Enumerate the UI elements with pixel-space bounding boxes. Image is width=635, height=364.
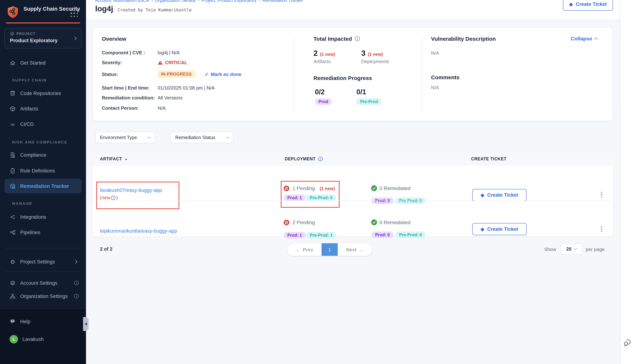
apps-grid-icon[interactable] xyxy=(71,10,79,18)
progress-preprod-block: 0/1 Pre-Prod xyxy=(356,88,382,105)
collapse-link[interactable]: Collapse xyxy=(571,36,598,42)
breadcrumb-account[interactable]: Account: Automation-SSCA xyxy=(95,0,149,3)
jira-diamond-icon: ◆ xyxy=(481,193,484,198)
project-selector[interactable]: PROJECT Product Exploratory xyxy=(5,28,82,48)
environment-type-filter[interactable]: Environment Type xyxy=(95,132,155,143)
overview-row-condition: Remediation condition: All Versions xyxy=(102,95,183,100)
user-name: Lavakush xyxy=(23,336,44,342)
sidebar-item-label: Code Repositories xyxy=(20,90,61,96)
sidebar-item-project-settings[interactable]: ⚙ Project Settings xyxy=(10,256,82,267)
scrollbar-gutter[interactable] xyxy=(620,0,635,364)
show-label: Show xyxy=(544,246,556,252)
support-chat-icon[interactable] xyxy=(623,338,633,347)
avatar: L xyxy=(10,335,18,343)
prod-progress-value: 0/2 xyxy=(315,88,332,96)
mark-as-done-link[interactable]: ✓ Mark as done xyxy=(205,71,242,77)
comments-value: N/A xyxy=(431,85,439,90)
severity-value: CRITICAL xyxy=(158,60,187,65)
jira-diamond-icon: ◆ xyxy=(481,227,484,232)
table-body: lavakush07/easy-buggy-app (new i ) xyxy=(93,166,613,236)
code-repo-icon xyxy=(10,90,16,96)
sidebar-item-help[interactable]: ? Help xyxy=(10,316,31,326)
sidebar-item-compliance[interactable]: Compliance xyxy=(10,150,47,160)
overview-row-contact: Contact Person: N/A xyxy=(102,105,165,111)
sidebar-collapse-handle[interactable] xyxy=(83,317,89,331)
sidebar-item-integrations[interactable]: Integrations xyxy=(10,212,46,222)
sidebar-item-rule-definitions[interactable]: Rule Definitions xyxy=(10,166,55,176)
sidebar-item-remediation-tracker[interactable]: Remediation Tracker xyxy=(5,179,82,194)
sidebar-item-label: Remediation Tracker xyxy=(20,183,69,189)
warning-triangle-icon xyxy=(158,60,163,65)
info-icon: i xyxy=(74,294,79,298)
svg-text:?: ? xyxy=(12,320,13,322)
chevron-right-icon xyxy=(73,36,77,40)
artifact-new-indicator: (new i ) xyxy=(100,195,162,200)
artifacts-table: ARTIFACT ▲ DEPLOYMENT i CREATE TICKET xyxy=(93,154,613,236)
row-actions-menu[interactable] xyxy=(598,224,605,233)
condition-label: Remediation condition: xyxy=(102,95,158,100)
sidebar-item-account-settings[interactable]: Account Settings i xyxy=(10,278,82,288)
app-window: Supply Chain Security PROJECT Product Ex… xyxy=(0,0,635,364)
page-number-button[interactable]: 1 xyxy=(322,243,338,256)
breadcrumb-organization[interactable]: Organization: default xyxy=(155,0,196,3)
table-header-row: ARTIFACT ▲ DEPLOYMENT i CREATE TICKET xyxy=(93,154,613,166)
prod-count-badge: Prod: 1 xyxy=(284,232,306,238)
status-badge: IN-PROGRESS xyxy=(158,70,195,78)
chevron-down-icon xyxy=(226,136,229,138)
sidebar-item-label: Rule Definitions xyxy=(20,168,55,174)
info-icon[interactable]: i xyxy=(318,157,323,161)
user-menu[interactable]: L Lavakush xyxy=(10,334,44,344)
create-ticket-button[interactable]: ◆ Create Ticket xyxy=(472,189,527,201)
prev-page-button[interactable]: ← Prev xyxy=(287,243,322,256)
row-actions-menu[interactable] xyxy=(598,190,605,199)
section-label-risk: RISK AND COMPLIANCE xyxy=(12,140,67,144)
create-ticket-button[interactable]: ◆ Create Ticket xyxy=(472,223,527,235)
condition-value: All Versions xyxy=(158,95,183,100)
deployments-count: 3 xyxy=(361,49,365,58)
app-logo-block: Supply Chain Security xyxy=(6,5,80,20)
sidebar-item-get-started[interactable]: Get Started xyxy=(10,58,46,68)
prod-count-badge: Prod: 1 xyxy=(284,194,306,201)
next-page-button[interactable]: Next → xyxy=(338,243,372,256)
sidebar-item-artifacts[interactable]: Artifacts xyxy=(10,104,38,114)
sidebar-item-pipelines[interactable]: Pipelines xyxy=(10,227,40,238)
artifact-link[interactable]: tejakummarikuntla/easy-buggy-app xyxy=(100,228,177,234)
sidebar-item-label: Compliance xyxy=(20,152,47,158)
sidebar-item-cicd[interactable]: ∞ CI/CD xyxy=(10,119,34,129)
status-label: Status: xyxy=(102,71,158,77)
sidebar-item-label: Organization Settings xyxy=(20,293,68,299)
breadcrumb-project[interactable]: Project: Product Exploratory xyxy=(201,0,257,3)
preprod-badge: Pre-Prod xyxy=(356,98,382,105)
arrow-right-icon: → xyxy=(359,247,363,252)
sort-ascending-icon: ▲ xyxy=(125,157,128,160)
info-icon[interactable]: i xyxy=(111,196,115,200)
shield-logo-icon xyxy=(6,5,20,20)
artifacts-count: 2 xyxy=(313,49,318,58)
remediation-status-filter[interactable]: Remediation Status xyxy=(170,132,233,143)
column-header-artifact[interactable]: ARTIFACT ▲ xyxy=(100,157,128,161)
remediated-check-icon xyxy=(371,185,377,191)
jira-diamond-icon: ◆ xyxy=(569,2,573,6)
project-name: Product Exploratory xyxy=(10,38,58,43)
help-chat-icon: ? xyxy=(10,318,16,324)
sidebar-item-code-repositories[interactable]: Code Repositories xyxy=(10,88,61,98)
chevron-up-icon xyxy=(595,38,598,41)
impacted-artifacts-block: 2 (1 new) Artifacts xyxy=(313,49,335,64)
project-label-row: PROJECT xyxy=(10,32,36,36)
cube-icon xyxy=(10,106,16,112)
sidebar-item-organization-settings[interactable]: Organization Settings i xyxy=(10,291,82,301)
annotation-box-deployment xyxy=(281,181,340,208)
section-label-manage: MANAGE xyxy=(12,201,32,206)
preprod-count-badge: Pre-Prod: 0 xyxy=(306,194,336,201)
breadcrumb-separator: › xyxy=(198,0,199,3)
brand-divider xyxy=(6,22,80,24)
page-size-select[interactable]: 20 xyxy=(561,243,582,255)
breadcrumb-current[interactable]: Remediation Tracker xyxy=(262,0,303,3)
artifact-link[interactable]: lavakush07/easy-buggy-app xyxy=(100,188,162,193)
vulnerability-description-value: N/A xyxy=(431,50,439,56)
org-chart-icon xyxy=(10,293,16,299)
progress-prod-block: 0/2 Prod xyxy=(315,88,332,105)
create-ticket-button[interactable]: ◆ Create Ticket xyxy=(563,0,613,11)
info-icon[interactable]: i xyxy=(355,36,360,41)
layers-icon xyxy=(10,280,16,286)
